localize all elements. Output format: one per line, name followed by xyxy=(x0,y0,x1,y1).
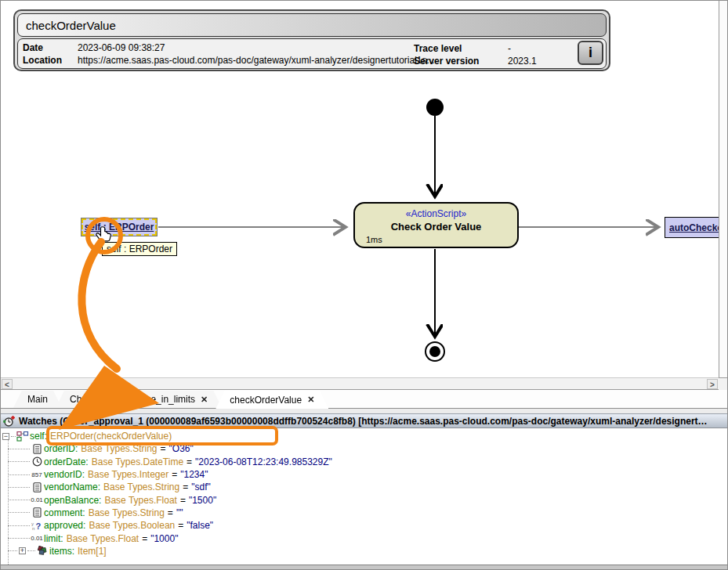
watch-type: Base Types.Integer xyxy=(88,469,168,480)
watch-row[interactable]: y n ? approved: Base Types.Boolean = "fa… xyxy=(1,519,728,532)
watch-name: orderDate: xyxy=(44,456,89,467)
watch-value: "sdf" xyxy=(191,482,211,492)
watch-row[interactable]: y n ? orderID: Base Types.String = "O36" xyxy=(1,442,728,455)
watch-name: vendorName: xyxy=(44,482,100,492)
watch-name: approved: xyxy=(44,520,85,531)
tab-checkordervalue[interactable]: checkOrderValue ✕ xyxy=(216,391,328,409)
tab-main[interactable]: Main xyxy=(13,391,62,408)
watch-icon-slot: y n ? xyxy=(35,546,49,556)
watch-row[interactable]: y n ? vendorName: Base Types.String = "s… xyxy=(1,481,728,493)
watch-value: "1234" xyxy=(180,469,208,480)
object-node-autocheckout[interactable]: autoCheckou xyxy=(665,217,722,238)
diagram-vertical-scrollbar[interactable] xyxy=(719,1,728,377)
watch-icon-slot: y n ? xyxy=(30,521,44,531)
watch-icon-slot: y n ? 0.01 xyxy=(30,496,44,503)
tree-connector xyxy=(8,512,30,513)
watches-tree: − y n ? xyxy=(1,430,728,565)
watch-name: orderID: xyxy=(44,443,78,454)
scrollbar-corner xyxy=(719,377,728,390)
number-type-icon: 0.01 xyxy=(31,496,43,503)
activity-diagram xyxy=(1,1,728,390)
watch-icon-slot: y n ? xyxy=(30,444,44,454)
action-stereotype: «ActionScript» xyxy=(406,208,466,219)
document-icon xyxy=(33,507,42,518)
watch-value: "1000" xyxy=(150,533,178,544)
tooltip: self : ERPOrder xyxy=(102,242,177,256)
watch-row[interactable]: y n ? 857 vendorID: Base Types.Integer =… xyxy=(1,468,728,481)
watch-type: Base Types.Float xyxy=(104,495,177,506)
watch-value: "false" xyxy=(187,520,213,531)
scroll-right-button[interactable]: > xyxy=(707,379,718,389)
scroll-left-button[interactable]: < xyxy=(2,379,13,389)
tab-close-icon[interactable]: ✕ xyxy=(307,395,314,405)
watch-equals: = xyxy=(168,507,173,518)
watch-equals: = xyxy=(183,482,188,492)
tree-connector xyxy=(8,487,30,488)
diagram-canvas[interactable]: checkOrderValue Date 2023-06-09 09:38:27… xyxy=(1,1,728,390)
watch-name: vendorID: xyxy=(44,469,85,480)
svg-text:y: y xyxy=(31,521,34,525)
watch-name: limit: xyxy=(44,533,63,544)
watch-equals: = xyxy=(172,469,177,480)
watch-name: self: xyxy=(30,431,47,442)
watch-value: "1500" xyxy=(189,495,216,506)
clock-icon xyxy=(32,456,42,467)
tree-connector xyxy=(8,474,30,475)
tree-connector xyxy=(8,538,30,539)
watch-row[interactable]: y n ? orderDate: Base Types.DateTime = "… xyxy=(1,456,728,468)
action-title: Check Order Value xyxy=(391,221,482,233)
watch-icon-slot: y n ? 0.01 xyxy=(30,535,44,542)
svg-text:?: ? xyxy=(36,521,42,531)
final-node-dot xyxy=(429,346,440,357)
initial-node xyxy=(426,99,444,116)
watch-row[interactable]: + y n ? xyxy=(1,545,728,557)
watches-header[interactable]: Watches (Order_approval_1 (000000089af65… xyxy=(1,413,728,428)
watch-equals: = xyxy=(142,533,147,544)
tree-connector xyxy=(8,461,30,462)
tree-expander[interactable]: + xyxy=(19,547,26,554)
watch-type: Base Types.String xyxy=(89,507,165,518)
watches-icon xyxy=(3,416,15,427)
boolean-icon: y n ? xyxy=(31,521,42,531)
action-node-check-order-value[interactable]: «ActionScript» Check Order Value 1ms xyxy=(353,202,519,248)
watch-row[interactable]: y n ? 0.01 openBalance: Base Types.Float… xyxy=(1,493,728,506)
watch-equals: = xyxy=(180,495,186,506)
watch-row[interactable]: − y n ? xyxy=(1,430,728,442)
watch-value: "" xyxy=(176,507,183,518)
watches-title: Watches (Order_approval_1 (000000089af65… xyxy=(19,416,708,427)
watch-icon-slot: y n ? xyxy=(30,482,44,492)
watch-row[interactable]: y n ? comment: Base Types.String = "" xyxy=(1,507,728,519)
watches-bottom-scrollbar[interactable] xyxy=(1,565,728,570)
tree-connector xyxy=(8,500,30,500)
tab-choice-order-value-in-limits[interactable]: Choice_Order_value_in_limits ✕ xyxy=(56,391,222,408)
items-icon xyxy=(37,546,48,556)
watch-type: Base Types.Boolean xyxy=(89,520,175,531)
tab-label: Main xyxy=(27,394,48,405)
watch-icon-slot: y n ? xyxy=(30,456,44,467)
document-icon xyxy=(33,482,42,492)
watch-name: items: xyxy=(49,546,74,557)
xuml-trace-analyzer-window: checkOrderValue Date 2023-06-09 09:38:27… xyxy=(0,0,728,570)
action-duration: 1ms xyxy=(366,235,382,244)
tab-label: checkOrderValue xyxy=(230,395,302,406)
watches-panel: Watches (Order_approval_1 (000000089af65… xyxy=(1,413,728,570)
watch-name: openBalance: xyxy=(44,495,101,506)
diagram-tab-bar: Main Choice_Order_value_in_limits ✕ chec… xyxy=(1,390,728,409)
watch-value: "O36" xyxy=(169,443,194,454)
tree-connector xyxy=(8,525,30,526)
class-icon xyxy=(16,431,29,442)
watch-equals: = xyxy=(187,456,192,467)
diagram-horizontal-scrollbar[interactable]: < > xyxy=(1,377,719,390)
watch-row[interactable]: y n ? 0.01 limit: Base Types.Float = "10… xyxy=(1,532,728,544)
tab-label: Choice_Order_value_in_limits xyxy=(70,394,195,405)
tree-connector xyxy=(27,550,35,551)
tree-connector xyxy=(8,550,17,551)
watch-type: Base Types.String xyxy=(81,443,157,454)
watch-type: Base Types.DateTime xyxy=(92,456,183,467)
object-node-self-erporder[interactable]: self : ERPOrder xyxy=(81,218,157,236)
tree-expander[interactable]: − xyxy=(2,433,9,440)
tab-close-icon[interactable]: ✕ xyxy=(201,395,208,405)
watch-icon-slot: y n ? xyxy=(16,431,30,442)
watch-type: ERPOrder(checkOrderValue) xyxy=(50,431,172,442)
document-icon xyxy=(33,444,42,454)
